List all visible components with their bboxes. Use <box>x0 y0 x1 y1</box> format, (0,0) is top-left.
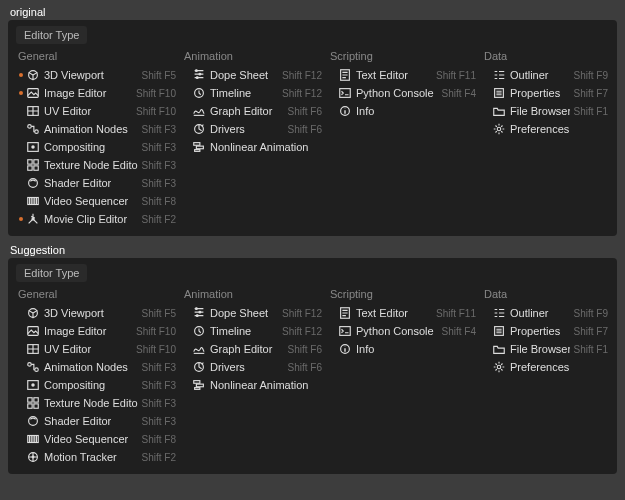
editor-item-label: Texture Node Editor <box>44 397 138 409</box>
texture-nodes-icon <box>26 158 40 172</box>
editor-item-animation-4[interactable]: Nonlinear Animation <box>182 138 326 156</box>
nla-icon <box>192 140 206 154</box>
editor-item-shortcut: Shift F2 <box>142 452 176 463</box>
timeline-icon <box>192 86 206 100</box>
editor-item-label: Shader Editor <box>44 177 138 189</box>
editor-item-shortcut: Shift F1 <box>574 106 608 117</box>
editor-item-label: Info <box>356 343 480 355</box>
viewport-icon <box>26 68 40 82</box>
compositor-icon <box>26 378 40 392</box>
editor-item-general-0[interactable]: 3D ViewportShift F5 <box>16 66 180 84</box>
change-dot-slot <box>16 73 26 77</box>
sequencer-icon <box>26 432 40 446</box>
editor-item-label: Image Editor <box>44 325 132 337</box>
editor-item-general-3[interactable]: Animation NodesShift F3 <box>16 358 180 376</box>
editor-item-general-4[interactable]: CompositingShift F3 <box>16 376 180 394</box>
editor-item-general-7[interactable]: Video SequencerShift F8 <box>16 430 180 448</box>
change-dot-icon <box>19 217 23 221</box>
editor-item-scripting-1[interactable]: Python ConsoleShift F4 <box>328 84 480 102</box>
editor-item-general-4[interactable]: CompositingShift F3 <box>16 138 180 156</box>
editor-item-label: Drivers <box>210 123 284 135</box>
drivers-icon <box>192 360 206 374</box>
editor-item-data-2[interactable]: File BrowserShift F1 <box>482 340 612 358</box>
editor-item-data-3[interactable]: Preferences <box>482 358 612 376</box>
editor-item-scripting-1[interactable]: Python ConsoleShift F4 <box>328 322 480 340</box>
editor-item-data-2[interactable]: File BrowserShift F1 <box>482 102 612 120</box>
graph-icon <box>192 104 206 118</box>
editor-item-animation-2[interactable]: Graph EditorShift F6 <box>182 340 326 358</box>
editor-item-data-1[interactable]: PropertiesShift F7 <box>482 84 612 102</box>
editor-item-animation-3[interactable]: DriversShift F6 <box>182 120 326 138</box>
image-icon <box>26 324 40 338</box>
editor-item-label: Text Editor <box>356 69 432 81</box>
editor-item-shortcut: Shift F7 <box>574 326 608 337</box>
editor-item-general-0[interactable]: 3D ViewportShift F5 <box>16 304 180 322</box>
editor-item-data-0[interactable]: OutlinerShift F9 <box>482 304 612 322</box>
svg-point-33 <box>31 383 35 387</box>
section-label-original: original <box>8 6 617 18</box>
editor-item-general-7[interactable]: Video SequencerShift F8 <box>16 192 180 210</box>
svg-rect-48 <box>196 384 203 387</box>
editor-item-data-3[interactable]: Preferences <box>482 120 612 138</box>
editor-item-shortcut: Shift F11 <box>436 308 476 319</box>
svg-point-26 <box>497 127 501 131</box>
svg-rect-36 <box>28 404 32 408</box>
svg-point-15 <box>199 73 201 75</box>
compositor-icon <box>26 140 40 154</box>
editor-item-label: 3D Viewport <box>44 69 138 81</box>
editor-item-animation-0[interactable]: Dope SheetShift F12 <box>182 66 326 84</box>
editor-item-shortcut: Shift F5 <box>142 70 176 81</box>
editor-item-animation-3[interactable]: DriversShift F6 <box>182 358 326 376</box>
editor-item-general-5[interactable]: Texture Node EditorShift F3 <box>16 156 180 174</box>
editor-item-general-2[interactable]: UV EditorShift F10 <box>16 340 180 358</box>
editor-item-animation-0[interactable]: Dope SheetShift F12 <box>182 304 326 322</box>
editor-item-general-1[interactable]: Image EditorShift F10 <box>16 84 180 102</box>
editor-item-general-3[interactable]: Animation NodesShift F3 <box>16 120 180 138</box>
column-scripting: ScriptingText EditorShift F11Python Cons… <box>328 46 480 228</box>
column-general: General3D ViewportShift F5Image EditorSh… <box>16 46 180 228</box>
editor-item-animation-1[interactable]: TimelineShift F12 <box>182 84 326 102</box>
outliner-icon <box>492 306 506 320</box>
editor-item-general-5[interactable]: Texture Node EditorShift F3 <box>16 394 180 412</box>
editor-item-general-8[interactable]: Movie Clip EditorShift F2 <box>16 210 180 228</box>
column-header-data: Data <box>482 46 612 66</box>
editor-item-label: Timeline <box>210 325 278 337</box>
editor-item-shortcut: Shift F6 <box>288 106 322 117</box>
editor-item-shortcut: Shift F2 <box>142 214 176 225</box>
editor-item-scripting-2[interactable]: Info <box>328 102 480 120</box>
svg-point-30 <box>28 363 32 367</box>
editor-item-general-6[interactable]: Shader EditorShift F3 <box>16 412 180 430</box>
editor-item-shortcut: Shift F6 <box>288 124 322 135</box>
editor-item-animation-2[interactable]: Graph EditorShift F6 <box>182 102 326 120</box>
column-header-scripting: Scripting <box>328 46 480 66</box>
panel-header-suggestion: Editor Type <box>16 264 87 282</box>
viewport-icon <box>26 306 40 320</box>
column-header-data: Data <box>482 284 612 304</box>
editor-item-shortcut: Shift F3 <box>142 160 176 171</box>
editor-item-data-0[interactable]: OutlinerShift F9 <box>482 66 612 84</box>
editor-item-label: Python Console <box>356 87 438 99</box>
editor-item-general-2[interactable]: UV EditorShift F10 <box>16 102 180 120</box>
editor-item-animation-1[interactable]: TimelineShift F12 <box>182 322 326 340</box>
column-data: DataOutlinerShift F9PropertiesShift F7Fi… <box>482 284 612 466</box>
editor-item-scripting-0[interactable]: Text EditorShift F11 <box>328 66 480 84</box>
preferences-icon <box>492 122 506 136</box>
editor-item-general-6[interactable]: Shader EditorShift F3 <box>16 174 180 192</box>
editor-item-data-1[interactable]: PropertiesShift F7 <box>482 322 612 340</box>
editor-item-label: Timeline <box>210 87 278 99</box>
editor-item-animation-4[interactable]: Nonlinear Animation <box>182 376 326 394</box>
editor-item-shortcut: Shift F4 <box>442 326 476 337</box>
editor-item-scripting-0[interactable]: Text EditorShift F11 <box>328 304 480 322</box>
uv-icon <box>26 104 40 118</box>
svg-point-44 <box>196 315 198 317</box>
editor-item-shortcut: Shift F3 <box>142 124 176 135</box>
editor-item-shortcut: Shift F3 <box>142 398 176 409</box>
editor-item-label: Dope Sheet <box>210 69 278 81</box>
svg-point-14 <box>196 70 198 72</box>
editor-item-general-8[interactable]: Motion TrackerShift F2 <box>16 448 180 466</box>
svg-rect-28 <box>28 327 39 336</box>
editor-item-label: Drivers <box>210 361 284 373</box>
editor-item-label: Dope Sheet <box>210 307 278 319</box>
editor-item-scripting-2[interactable]: Info <box>328 340 480 358</box>
editor-item-general-1[interactable]: Image EditorShift F10 <box>16 322 180 340</box>
